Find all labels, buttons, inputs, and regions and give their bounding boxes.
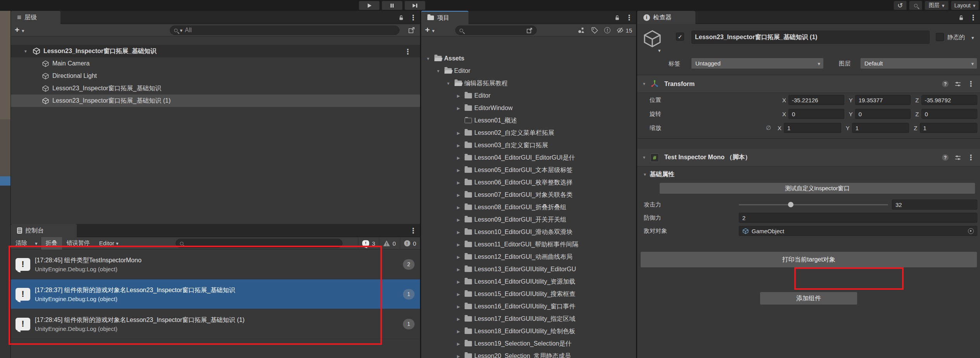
foldout-arrow-icon[interactable]: [455, 317, 462, 321]
transform-header[interactable]: Transform ?: [637, 75, 980, 93]
foldout-arrow-icon[interactable]: [455, 156, 462, 160]
position-y-field[interactable]: 19.35377: [855, 95, 911, 105]
attack-slider[interactable]: [739, 200, 888, 210]
warning-count-toggle[interactable]: ! 0: [379, 237, 399, 250]
foldout-arrow-icon[interactable]: [455, 131, 462, 135]
help-icon[interactable]: ?: [942, 154, 949, 161]
pause-button[interactable]: [382, 1, 403, 10]
foldout-arrow-icon[interactable]: [640, 155, 648, 160]
editor-dropdown[interactable]: Editor: [95, 237, 123, 250]
clear-button[interactable]: 清除: [11, 237, 32, 250]
create-asset-button[interactable]: +: [425, 26, 435, 35]
search-by-type-icon[interactable]: [577, 27, 585, 34]
tab-project[interactable]: 项目: [421, 11, 468, 24]
list-item[interactable]: Lesson06_EditorGUI_枚举整数选择: [421, 176, 636, 189]
list-item[interactable]: Lesson05_EditorGUI_文本层级标签: [421, 164, 636, 176]
foldout-arrow-icon[interactable]: [455, 193, 462, 197]
component-menu-icon[interactable]: [967, 79, 975, 88]
list-item[interactable]: Lesson09_EditorGUI_开关开关组: [421, 213, 636, 226]
list-item[interactable]: Lesson04_EditorGUI_EditorGUI是什: [421, 151, 636, 164]
foldout-arrow-icon[interactable]: [22, 49, 29, 53]
list-item[interactable]: Editor: [421, 90, 636, 102]
rotation-x-field[interactable]: 0: [788, 109, 844, 119]
lock-icon[interactable]: [398, 15, 404, 21]
foldout-arrow-icon[interactable]: [455, 342, 462, 346]
link-scale-icon[interactable]: ∅: [766, 124, 778, 131]
foldout-arrow-icon[interactable]: [455, 218, 462, 222]
list-item[interactable]: Lesson11_EditorGUI_帮助框事件间隔: [421, 238, 636, 251]
search-everywhere-button[interactable]: [909, 1, 922, 10]
history-button[interactable]: ↺: [894, 1, 907, 10]
list-item[interactable]: Assets: [421, 52, 636, 65]
enemy-object-field[interactable]: GameObject: [739, 226, 977, 236]
component-menu-icon[interactable]: [967, 153, 975, 162]
icon-select-caret[interactable]: [658, 47, 661, 53]
step-button[interactable]: [404, 1, 425, 10]
static-checkbox[interactable]: [936, 33, 944, 41]
console-log-row[interactable]: ! [17:28:45] 组件类型TestInspectorMono Unity…: [11, 250, 420, 279]
scale-z-field[interactable]: 1: [920, 123, 978, 133]
foldout-arrow-icon[interactable]: [640, 82, 648, 86]
scene-menu-icon[interactable]: [404, 47, 411, 56]
hierarchy-item[interactable]: Main Camera: [11, 57, 420, 70]
list-item[interactable]: Lesson17_EditorGUIUtility_指定区域: [421, 313, 636, 325]
test-inspector-button[interactable]: 测试自定义Inspector窗口: [659, 182, 975, 194]
foldout-arrow-icon[interactable]: [455, 94, 462, 98]
gameobject-big-icon[interactable]: [643, 29, 662, 48]
active-checkbox[interactable]: ✓: [676, 33, 684, 41]
list-item[interactable]: Lesson03_自定义窗口拓展: [421, 139, 636, 151]
hierarchy-item[interactable]: Directional Light: [11, 70, 420, 82]
open-new-window-icon[interactable]: [526, 27, 533, 34]
info-count-toggle[interactable]: ! 3: [358, 237, 379, 250]
lock-icon[interactable]: [958, 15, 964, 21]
hierarchy-item-selected[interactable]: Lesson23_Inspector窗口拓展_基础知识 (1): [11, 95, 420, 107]
list-item[interactable]: Lesson16_EditorGUIUtility_窗口事件: [421, 300, 636, 313]
clear-dropdown[interactable]: [32, 237, 41, 250]
console-log-row[interactable]: ! [17:28:45] 组件依附的游戏对象名Lesson23_Inspecto…: [11, 309, 420, 339]
foldout-arrow-icon[interactable]: [455, 329, 462, 334]
list-item[interactable]: Lesson14_EditorGUIUtility_资源加载: [421, 275, 636, 288]
script-header[interactable]: # Test Inspector Mono （脚本） ?: [637, 149, 980, 167]
foldout-arrow-icon[interactable]: [455, 230, 462, 234]
foldout-arrow-icon[interactable]: [455, 205, 462, 210]
project-search-input[interactable]: [455, 26, 537, 35]
layout-dropdown[interactable]: Layout: [951, 1, 979, 10]
foldout-arrow-icon[interactable]: [444, 81, 452, 86]
foldout-arrow-icon[interactable]: [455, 354, 462, 358]
foldout-arrow-icon[interactable]: [455, 181, 462, 185]
list-item[interactable]: Lesson18_EditorGUIUtility_绘制色板: [421, 325, 636, 337]
list-item[interactable]: Lesson13_EditorGUIUtility_EditorGU: [421, 263, 636, 275]
panel-menu-icon[interactable]: [410, 13, 417, 22]
list-item[interactable]: 编辑器拓展教程: [421, 77, 636, 90]
static-flags-caret[interactable]: [971, 34, 974, 41]
foldout-arrow-icon[interactable]: [455, 168, 462, 172]
panel-menu-icon[interactable]: [970, 13, 977, 22]
scale-x-field[interactable]: 1: [784, 123, 841, 133]
attack-value-field[interactable]: 32: [892, 200, 977, 210]
list-item[interactable]: Lesson02_自定义菜单栏拓展: [421, 127, 636, 139]
console-log-row-selected[interactable]: ! [17:28:37] 组件依附的游戏对象名Lesson23_Inspecto…: [11, 279, 420, 309]
foldout-arrow-icon[interactable]: [434, 69, 442, 73]
error-count-toggle[interactable]: ! 0: [400, 237, 420, 250]
console-search-input[interactable]: [176, 239, 342, 248]
gameobject-name-field[interactable]: Lesson23_Inspector窗口拓展_基础知识 (1): [691, 31, 930, 44]
slider-handle[interactable]: [788, 202, 793, 207]
tag-dropdown[interactable]: Untagged: [691, 58, 824, 69]
list-item[interactable]: Lesson07_EditorGUI_对象关联各类: [421, 189, 636, 201]
list-item[interactable]: Lesson10_EditorGUI_滑动条双滑块: [421, 226, 636, 238]
foldout-arrow-icon[interactable]: [455, 243, 462, 247]
collapse-toggle[interactable]: 折叠: [41, 237, 62, 250]
presets-icon[interactable]: [955, 81, 961, 87]
presets-icon[interactable]: [955, 155, 961, 160]
foldout-arrow-icon[interactable]: [455, 143, 462, 148]
list-item[interactable]: Lesson08_EditorGUI_折叠折叠组: [421, 201, 636, 213]
foldout-arrow-icon[interactable]: [455, 255, 462, 259]
tab-inspector[interactable]: i 检查器: [637, 11, 695, 24]
tab-hierarchy[interactable]: 层级: [11, 11, 60, 24]
list-item[interactable]: Lesson01_概述: [421, 114, 636, 127]
search-by-label-icon[interactable]: [591, 27, 598, 34]
help-icon[interactable]: ?: [942, 81, 949, 87]
layers-dropdown[interactable]: 图层: [925, 1, 949, 10]
lock-icon[interactable]: [614, 15, 620, 21]
play-button[interactable]: [359, 1, 380, 10]
